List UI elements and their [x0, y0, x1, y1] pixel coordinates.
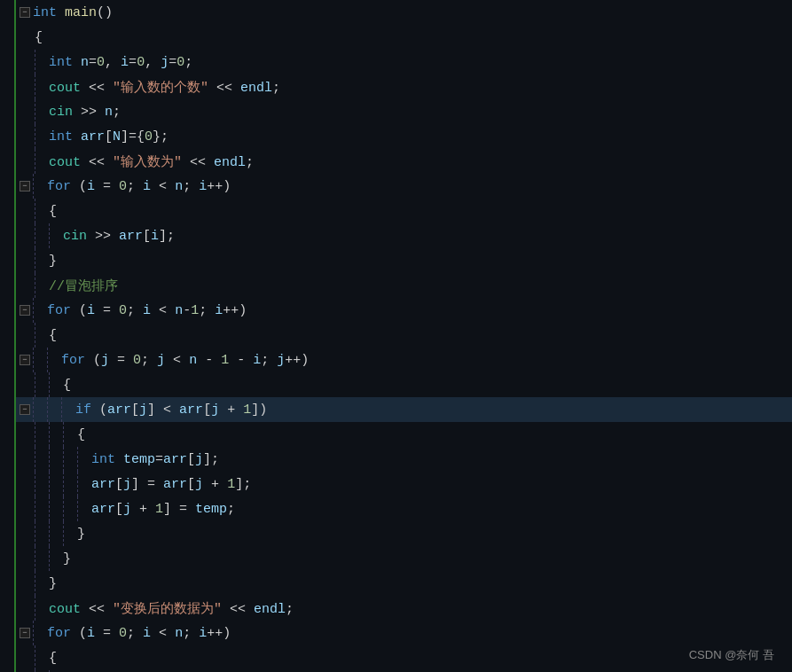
fold-button[interactable]: − — [20, 355, 30, 365]
code-tokens: for (i = 0; i < n-1; i++) — [47, 303, 247, 318]
code-tokens: } — [49, 254, 57, 269]
indent-guide — [49, 472, 63, 496]
indent-guide — [61, 397, 75, 422]
fold-button[interactable]: − — [20, 305, 30, 316]
indent-guide — [63, 521, 77, 546]
code-area: −int main(){ int n=0, i=0, j=0; cout << … — [16, 0, 792, 672]
code-line: { — [16, 323, 792, 348]
code-line: −int main() — [16, 0, 792, 25]
code-line: } — [16, 521, 792, 546]
indent-guide — [35, 223, 49, 248]
gutter — [0, 0, 16, 672]
code-line: arr[j + 1] = temp; — [16, 496, 792, 521]
indent-guide — [63, 422, 77, 447]
indent-guide — [35, 521, 49, 546]
indent-guide — [35, 571, 49, 596]
code-tokens: int main() — [33, 5, 113, 20]
fold-button[interactable]: − — [20, 628, 30, 638]
indent-guide — [35, 422, 49, 447]
indent-guide — [35, 199, 49, 223]
indent-guide — [35, 248, 49, 273]
indent-guide — [77, 447, 91, 472]
indent-guide — [35, 99, 49, 124]
code-tokens: int n=0, i=0, j=0; — [49, 55, 192, 70]
code-line: } — [16, 546, 792, 571]
indent-guide — [77, 496, 91, 521]
code-tokens: //冒泡排序 — [49, 277, 118, 294]
indent-guide — [35, 645, 49, 670]
code-tokens: { — [49, 651, 57, 666]
code-tokens: arr[j + 1] = temp; — [91, 502, 235, 517]
indent-guide — [77, 472, 91, 496]
code-tokens: { — [49, 204, 57, 219]
code-line: − if (arr[j] < arr[j + 1]) — [16, 397, 792, 422]
fold-button[interactable]: − — [20, 181, 30, 191]
code-line: − for (i = 0; i < n-1; i++) — [16, 298, 792, 323]
indent-guide — [63, 472, 77, 496]
indent-guide — [35, 50, 49, 74]
code-tokens: { — [77, 427, 85, 442]
watermark: CSDN @奈何 吾 — [689, 647, 774, 663]
code-tokens: int arr[N]={0}; — [49, 129, 169, 145]
indent-guide — [33, 397, 47, 422]
indent-guide — [35, 496, 49, 521]
code-tokens: for (i = 0; i < n; i++) — [47, 179, 231, 194]
code-tokens: } — [77, 527, 85, 542]
indent-guide — [49, 223, 63, 248]
code-line: } — [16, 248, 792, 273]
code-tokens: for (j = 0; j < n - 1 - i; j++) — [61, 353, 309, 368]
indent-guide — [35, 472, 49, 496]
code-line: int temp=arr[j]; — [16, 447, 792, 472]
code-line: arr[j] = arr[j + 1]; — [16, 472, 792, 496]
indent-guide — [49, 521, 63, 546]
indent-guide — [33, 298, 47, 323]
code-editor: −int main(){ int n=0, i=0, j=0; cout << … — [0, 0, 792, 672]
indent-guide — [49, 546, 63, 571]
indent-guide — [35, 74, 49, 99]
code-line: } — [16, 571, 792, 596]
code-line: { — [16, 645, 792, 670]
code-tokens: arr[j] = arr[j + 1]; — [91, 477, 251, 492]
code-line: //冒泡排序 — [16, 273, 792, 298]
code-tokens: cout << "变换后的数据为" << endl; — [49, 600, 294, 617]
code-tokens: cout << "输入数为" << endl; — [49, 153, 254, 170]
indent-guide — [49, 496, 63, 521]
code-line: int n=0, i=0, j=0; — [16, 50, 792, 74]
indent-guide — [63, 447, 77, 472]
indent-guide — [33, 348, 47, 372]
code-tokens: { — [63, 378, 71, 393]
code-line: { — [16, 422, 792, 447]
code-tokens: } — [63, 551, 71, 567]
code-line: { — [16, 372, 792, 397]
code-line: { — [16, 199, 792, 223]
code-line: − for (i = 0; i < n; i++) — [16, 174, 792, 199]
indent-guide — [63, 496, 77, 521]
indent-guide — [35, 323, 49, 348]
indent-guide — [35, 149, 49, 174]
code-tokens: for (i = 0; i < n; i++) — [47, 626, 231, 641]
indent-guide — [49, 447, 63, 472]
code-line: cout << "变换后的数据为" << endl; — [16, 596, 792, 621]
code-line: cin >> arr[i]; — [16, 223, 792, 248]
indent-guide — [35, 546, 49, 571]
indent-guide — [33, 621, 47, 645]
code-line: cin >> n; — [16, 99, 792, 124]
indent-guide — [33, 174, 47, 199]
code-tokens: cout << "输入数的个数" << endl; — [49, 79, 280, 96]
fold-button[interactable]: − — [20, 404, 30, 415]
indent-guide — [47, 397, 61, 422]
code-line: − for (j = 0; j < n - 1 - i; j++) — [16, 348, 792, 372]
indent-guide — [35, 273, 49, 298]
code-tokens: { — [49, 328, 57, 343]
code-tokens: } — [49, 576, 57, 591]
code-line: cout << "输入数的个数" << endl; — [16, 74, 792, 99]
indent-guide — [49, 372, 63, 397]
code-line: int arr[N]={0}; — [16, 124, 792, 149]
indent-guide — [47, 348, 61, 372]
fold-button[interactable]: − — [20, 7, 30, 18]
code-line: { — [16, 25, 792, 50]
code-tokens: cin >> arr[i]; — [63, 229, 175, 244]
code-tokens: int temp=arr[j]; — [91, 452, 219, 467]
indent-guide — [35, 447, 49, 472]
code-tokens: { — [35, 30, 43, 45]
